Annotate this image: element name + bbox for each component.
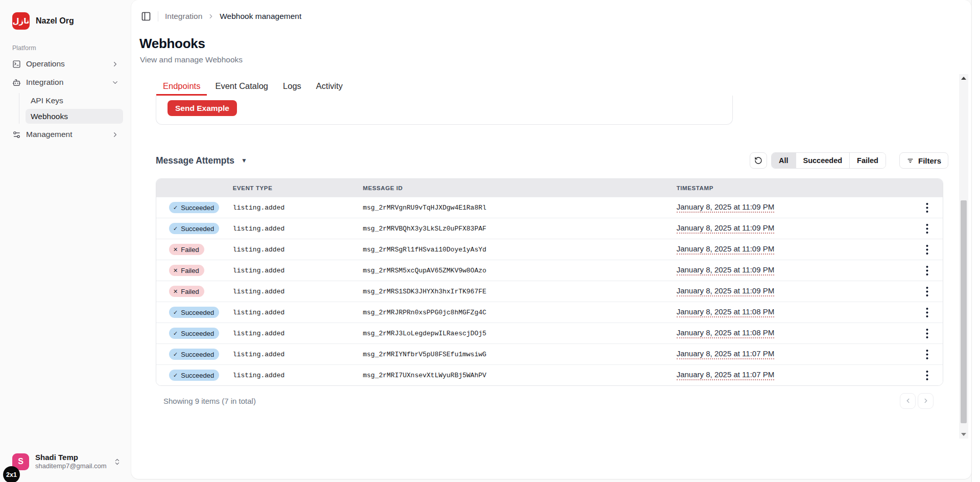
org-switcher[interactable]: نازل Nazel Org <box>8 11 125 31</box>
message-id-cell: msg_2rMRJ3LoLegdepwILRaescjDOj5 <box>363 330 676 337</box>
message-attempts-bar: Message Attempts ▼ All Succeeded Failed … <box>156 151 948 170</box>
table-row: ✓ Succeeded listing.added msg_2rMRVBQhX3… <box>156 218 943 239</box>
message-attempts-dropdown[interactable]: Message Attempts ▼ <box>156 155 247 166</box>
row-menu-button[interactable] <box>922 327 933 340</box>
status-badge-label: Succeeded <box>181 330 214 337</box>
chevron-right-icon <box>111 60 119 68</box>
sidebar-item-management[interactable]: Management <box>8 127 123 142</box>
tab-event-catalog[interactable]: Event Catalog <box>208 78 275 96</box>
timestamp-value[interactable]: January 8, 2025 at 11:07 PM <box>677 349 775 359</box>
timestamp-value[interactable]: January 8, 2025 at 11:07 PM <box>677 370 775 380</box>
chevron-right-icon <box>111 131 119 139</box>
items-count-text: Showing 9 items (7 in total) <box>163 397 256 405</box>
chevron-right-icon <box>922 397 929 404</box>
sidebar-item-operations[interactable]: Operations <box>8 56 123 72</box>
kebab-menu-icon <box>926 308 928 317</box>
integration-children: API Keys Webhooks <box>19 93 123 124</box>
breadcrumb-parent[interactable]: Integration <box>165 12 202 21</box>
row-menu-button[interactable] <box>922 306 933 319</box>
message-id-cell: msg_2rMRVgnRU9vTqHJXDgw4E1Ra8Rl <box>363 204 676 212</box>
topbar-divider <box>158 11 158 21</box>
breadcrumb-chevron-icon <box>207 13 214 20</box>
table-row: ✕ Failed listing.added msg_2rMRSM5xcQupA… <box>156 260 943 281</box>
timestamp-value[interactable]: January 8, 2025 at 11:09 PM <box>677 223 775 234</box>
message-id-cell: msg_2rMRI7UXnsevXtLWyuRBj5WAhPV <box>363 372 676 379</box>
event-type-cell: listing.added <box>233 246 363 254</box>
status-badge-label: Failed <box>181 246 199 254</box>
timestamp-value[interactable]: January 8, 2025 at 11:09 PM <box>677 244 775 255</box>
row-menu-button[interactable] <box>922 222 933 236</box>
tab-endpoints[interactable]: Endpoints <box>156 78 207 96</box>
row-menu-button[interactable] <box>922 243 933 257</box>
row-menu-button[interactable] <box>922 264 933 278</box>
timestamp-value[interactable]: January 8, 2025 at 11:08 PM <box>677 307 775 317</box>
pagination <box>900 393 934 409</box>
status-badge: ✕ Failed <box>169 286 204 297</box>
column-header-event-type: EVENT TYPE <box>233 185 363 191</box>
row-menu-button[interactable] <box>922 201 933 215</box>
table-row: ✓ Succeeded listing.added msg_2rMRJRPRn0… <box>156 302 943 323</box>
row-menu-button[interactable] <box>922 285 933 299</box>
org-logo: نازل <box>12 12 30 30</box>
status-badge-icon: ✓ <box>173 351 178 358</box>
breadcrumb: Integration Webhook management <box>165 12 301 21</box>
page-title: Webhooks <box>139 36 205 52</box>
sidebar-item-label: Management <box>26 130 106 139</box>
row-menu-button[interactable] <box>922 348 933 361</box>
caret-down-icon: ▼ <box>241 157 247 164</box>
message-id-cell: msg_2rMRSM5xcQupAV65ZMKV9w8OAzo <box>363 267 676 274</box>
next-page-button[interactable] <box>918 393 934 409</box>
timestamp-value[interactable]: January 8, 2025 at 11:09 PM <box>677 265 775 276</box>
table-row: ✓ Succeeded listing.added msg_2rMRIYNfbr… <box>156 343 943 364</box>
sidebar-item-api-keys[interactable]: API Keys <box>26 93 123 108</box>
prev-page-button[interactable] <box>900 393 916 409</box>
breadcrumb-current: Webhook management <box>220 12 301 21</box>
status-badge-icon: ✕ <box>173 246 178 253</box>
filters-button[interactable]: Filters <box>899 152 948 169</box>
main-panel: Integration Webhook management Webhooks … <box>131 0 971 479</box>
endpoint-card: Send Example <box>156 96 733 125</box>
status-badge-label: Succeeded <box>181 225 214 233</box>
timestamp-value[interactable]: January 8, 2025 at 11:09 PM <box>677 286 775 296</box>
tab-activity[interactable]: Activity <box>309 78 349 96</box>
column-header-message-id: MESSAGE ID <box>363 185 676 191</box>
table-footer: Showing 9 items (7 in total) <box>156 392 934 410</box>
segment-failed[interactable]: Failed <box>850 153 886 168</box>
scroll-up-arrow-icon[interactable] <box>961 77 966 80</box>
org-name: Nazel Org <box>36 16 74 26</box>
status-badge-label: Succeeded <box>181 351 214 358</box>
status-badge-icon: ✓ <box>173 330 178 337</box>
page-scrollbar-gutter[interactable] <box>971 0 980 482</box>
row-menu-button[interactable] <box>922 369 933 382</box>
status-badge: ✓ Succeeded <box>169 328 219 339</box>
user-menu[interactable]: S Shadi Temp shaditemp7@gmail.com <box>8 452 125 471</box>
segment-all[interactable]: All <box>772 153 796 168</box>
dev-tools-badge[interactable]: 2x1 <box>3 466 20 482</box>
chevron-left-icon <box>904 397 912 404</box>
message-id-cell: msg_2rMRIYNfbrV5pU8FSEfu1mwsiwG <box>363 351 676 358</box>
event-type-cell: listing.added <box>233 204 363 212</box>
status-badge: ✓ Succeeded <box>169 307 219 318</box>
content-scrollbar[interactable] <box>959 74 968 439</box>
kebab-menu-icon <box>926 266 928 276</box>
timestamp-value[interactable]: January 8, 2025 at 11:09 PM <box>677 202 775 213</box>
attempts-table: EVENT TYPE MESSAGE ID TIMESTAMP ✓ Succee… <box>156 178 943 386</box>
scrollbar-thumb[interactable] <box>961 200 967 423</box>
status-badge: ✓ Succeeded <box>169 349 219 360</box>
table-header: EVENT TYPE MESSAGE ID TIMESTAMP <box>156 179 943 197</box>
sidebar-item-webhooks[interactable]: Webhooks <box>26 109 123 124</box>
sidebar-section-label: Platform <box>12 44 36 52</box>
status-badge-label: Failed <box>181 288 199 295</box>
table-row: ✓ Succeeded listing.added msg_2rMRVgnRU9… <box>156 197 943 218</box>
segment-succeeded[interactable]: Succeeded <box>796 153 850 168</box>
timestamp-value[interactable]: January 8, 2025 at 11:08 PM <box>677 328 775 338</box>
sidebar-toggle-icon[interactable] <box>141 11 151 21</box>
status-badge: ✓ Succeeded <box>169 202 219 213</box>
sidebar-item-integration[interactable]: Integration <box>8 75 123 90</box>
refresh-button[interactable] <box>750 152 767 169</box>
scroll-down-arrow-icon[interactable] <box>961 433 966 436</box>
chevrons-up-down-icon <box>113 458 121 466</box>
send-example-button[interactable]: Send Example <box>168 100 237 116</box>
tab-logs[interactable]: Logs <box>276 78 308 96</box>
event-type-cell: listing.added <box>233 288 363 295</box>
